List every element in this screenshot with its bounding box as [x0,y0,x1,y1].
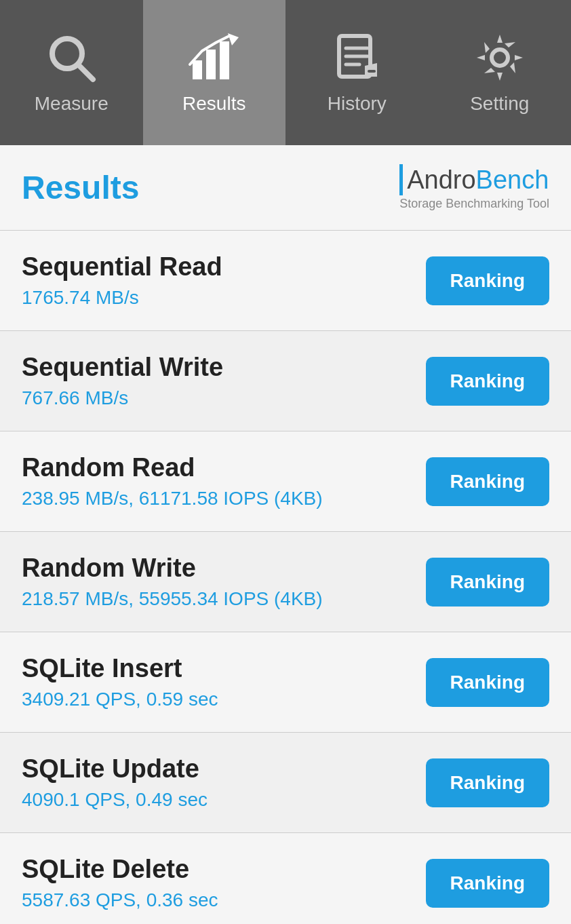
bench-row: Random Write218.57 MB/s, 55955.34 IOPS (… [0,532,571,632]
gear-icon [473,31,527,85]
ranking-button[interactable]: Ranking [426,558,549,607]
ranking-button[interactable]: Ranking [426,658,549,707]
tab-history[interactable]: History [286,0,429,145]
tab-results-label: Results [182,93,245,115]
bench-info: Sequential Read1765.74 MB/s [22,252,222,309]
bench-value: 767.66 MB/s [22,387,223,409]
brand-logo: AndroBench Storage Benchmarking Tool [399,164,549,211]
svg-line-1 [78,64,93,79]
chart-icon [187,31,241,85]
brand-sub: Storage Benchmarking Tool [399,197,549,211]
tab-measure[interactable]: Measure [0,0,143,145]
bench-name: Sequential Write [22,353,223,382]
svg-point-12 [492,50,508,66]
bench-info: Random Write218.57 MB/s, 55955.34 IOPS (… [22,554,323,610]
ranking-button[interactable]: Ranking [426,457,549,506]
bench-info: Sequential Write767.66 MB/s [22,353,223,409]
bench-name: Random Write [22,554,323,583]
ranking-button[interactable]: Ranking [426,256,549,305]
tab-history-label: History [328,93,387,115]
bench-info: SQLite Update4090.1 QPS, 0.49 sec [22,754,208,811]
bench-value: 238.95 MB/s, 61171.58 IOPS (4KB) [22,488,323,509]
tab-setting[interactable]: Setting [429,0,572,145]
bench-row: Sequential Read1765.74 MB/sRanking [0,231,571,331]
bench-info: SQLite Delete5587.63 QPS, 0.36 sec [22,855,218,911]
bench-name: Random Read [22,453,323,482]
bench-value: 5587.63 QPS, 0.36 sec [22,889,218,911]
benchmark-list: Sequential Read1765.74 MB/sRankingSequen… [0,231,571,924]
bench-name: SQLite Delete [22,855,218,884]
search-icon [44,31,98,85]
bench-name: SQLite Update [22,754,208,784]
bench-name: SQLite Insert [22,654,218,683]
bench-value: 4090.1 QPS, 0.49 sec [22,789,208,811]
brand-pipe [399,164,403,195]
bench-row: Random Read238.95 MB/s, 61171.58 IOPS (4… [0,431,571,532]
ranking-button[interactable]: Ranking [426,859,549,908]
svg-rect-4 [220,41,229,79]
bench-value: 3409.21 QPS, 0.59 sec [22,689,218,710]
results-title: Results [22,169,139,206]
svg-rect-2 [193,60,202,79]
ranking-button[interactable]: Ranking [426,758,549,807]
bench-row: SQLite Insert3409.21 QPS, 0.59 secRankin… [0,632,571,733]
svg-marker-5 [228,33,239,45]
ranking-button[interactable]: Ranking [426,357,549,406]
brand-bench: Bench [476,166,549,195]
brand-name: AndroBench [399,164,549,195]
tab-measure-label: Measure [35,93,109,115]
bench-value: 218.57 MB/s, 55955.34 IOPS (4KB) [22,588,323,610]
bench-value: 1765.74 MB/s [22,287,222,309]
results-header: Results AndroBench Storage Benchmarking … [0,145,571,231]
svg-rect-3 [206,50,216,79]
bench-info: Random Read238.95 MB/s, 61171.58 IOPS (4… [22,453,323,509]
bench-row: SQLite Update4090.1 QPS, 0.49 secRanking [0,733,571,833]
document-icon [330,31,384,85]
brand-andro: Andro [407,166,475,195]
tab-setting-label: Setting [470,93,529,115]
tab-bar: Measure Results History [0,0,571,145]
bench-name: Sequential Read [22,252,222,282]
bench-info: SQLite Insert3409.21 QPS, 0.59 sec [22,654,218,710]
bench-row: SQLite Delete5587.63 QPS, 0.36 secRankin… [0,833,571,924]
bench-row: Sequential Write767.66 MB/sRanking [0,331,571,431]
tab-results[interactable]: Results [143,0,286,145]
